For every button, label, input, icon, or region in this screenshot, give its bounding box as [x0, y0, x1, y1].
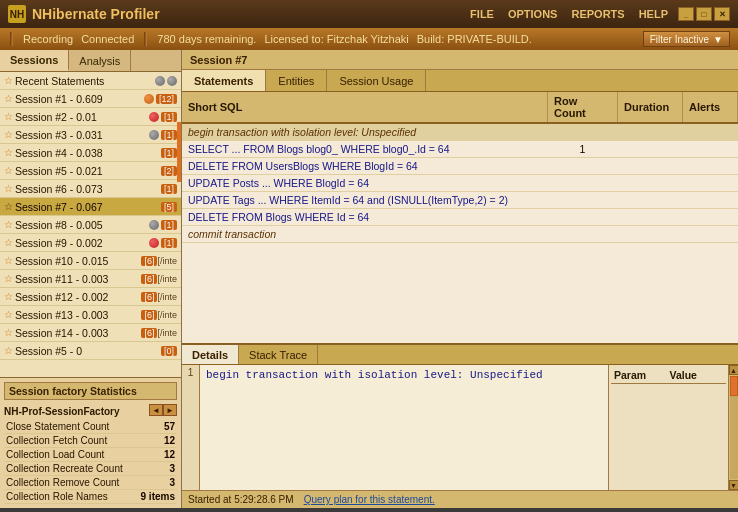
- factory-name: NH-Prof-SessionFactory: [4, 406, 120, 417]
- session-badge: [6]: [141, 256, 157, 266]
- scroll-down-button[interactable]: ▼: [729, 480, 739, 490]
- tab-stack-trace[interactable]: Stack Trace: [239, 345, 318, 364]
- list-item[interactable]: ☆ Session #7 - 0.067 [5]: [0, 198, 181, 216]
- status-indicator: [149, 130, 159, 140]
- alerts-cell: [683, 123, 738, 141]
- app-title: NHibernate Profiler: [32, 6, 470, 22]
- session-header: Session #7: [182, 50, 738, 70]
- col-row-count: Row Count: [548, 92, 618, 123]
- row-count-cell: [548, 158, 618, 175]
- table-row[interactable]: UPDATE Tags ... WHERE ItemId = 64 and (I…: [182, 192, 738, 209]
- filter-inactive-button[interactable]: Filter Inactive ▼: [643, 31, 730, 47]
- session-name: Session #6 - 0.073: [15, 183, 159, 195]
- list-item[interactable]: ☆ Session #11 - 0.003 [6] [/inte: [0, 270, 181, 288]
- toolbar-right: Filter Inactive ▼: [643, 31, 730, 47]
- table-row[interactable]: begin transaction with isolation level: …: [182, 123, 738, 141]
- stats-next-button[interactable]: ►: [163, 404, 177, 416]
- stats-value: 12: [164, 449, 175, 460]
- build-info: Build: PRIVATE-BUILD.: [417, 33, 532, 45]
- stats-row: Collection Load Count 12: [4, 448, 177, 462]
- table-row[interactable]: commit transaction: [182, 226, 738, 243]
- tab-details[interactable]: Details: [182, 345, 239, 364]
- minimize-button[interactable]: _: [678, 7, 694, 21]
- menu-reports[interactable]: REPORTS: [571, 8, 624, 20]
- session-extra: [/inte: [157, 328, 177, 338]
- param-col-param: Param: [613, 368, 669, 382]
- duration-cell: [618, 192, 683, 209]
- menu-options[interactable]: OPTIONS: [508, 8, 558, 20]
- alerts-cell: [683, 192, 738, 209]
- menu-file[interactable]: FILE: [470, 8, 494, 20]
- days-remaining: 780 days remaining.: [157, 33, 256, 45]
- row-count-cell: [548, 175, 618, 192]
- tab-sessions[interactable]: Sessions: [0, 50, 69, 71]
- stats-label: Collection Recreate Count: [6, 463, 123, 474]
- query-plan-link[interactable]: Query plan for this statement.: [304, 494, 435, 505]
- list-item[interactable]: ☆ Session #5 - 0.021 [2]: [0, 162, 181, 180]
- right-panel: Session #7 Statements Entities Session U…: [182, 50, 738, 508]
- list-item[interactable]: ☆ Recent Statements: [0, 72, 181, 90]
- list-item[interactable]: ☆ Session #3 - 0.031 [1]: [0, 126, 181, 144]
- stats-label: Collection Fetch Count: [6, 435, 107, 446]
- sql-section: Short SQL Row Count Duration Alerts begi…: [182, 92, 738, 343]
- duration-cell: [618, 175, 683, 192]
- alerts-cell: [683, 209, 738, 226]
- session-name: Session #4 - 0.038: [15, 147, 159, 159]
- tab-session-usage[interactable]: Session Usage: [327, 70, 426, 91]
- table-row[interactable]: DELETE FROM Blogs WHERE Id = 64: [182, 209, 738, 226]
- scroll-thumb[interactable]: [730, 376, 738, 396]
- list-item[interactable]: ☆ Session #13 - 0.003 [6] [/inte: [0, 306, 181, 324]
- tab-statements[interactable]: Statements: [182, 70, 266, 91]
- license-info: Licensed to: Fitzchak Yitzhaki: [264, 33, 408, 45]
- list-item[interactable]: ☆ Session #12 - 0.002 [6] [/inte: [0, 288, 181, 306]
- toolbar-separator-2: [144, 32, 147, 46]
- session-badge: [1]: [161, 130, 177, 140]
- session-name: Session #12 - 0.002: [15, 291, 139, 303]
- star-icon: ☆: [4, 327, 13, 338]
- stats-value: 57: [164, 421, 175, 432]
- star-icon: ☆: [4, 111, 13, 122]
- list-item[interactable]: ☆ Session #5 - 0 [0]: [0, 342, 181, 360]
- list-item[interactable]: ☆ Session #8 - 0.005 [1]: [0, 216, 181, 234]
- tab-entities[interactable]: Entities: [266, 70, 327, 91]
- table-row[interactable]: UPDATE Posts ... WHERE BlogId = 64: [182, 175, 738, 192]
- session-extra: [/inte: [157, 292, 177, 302]
- table-row[interactable]: DELETE FROM UsersBlogs WHERE BlogId = 64: [182, 158, 738, 175]
- list-item[interactable]: ☆ Session #6 - 0.073 [1]: [0, 180, 181, 198]
- star-icon: ☆: [4, 291, 13, 302]
- param-header: Param Value: [611, 367, 726, 384]
- filter-icon: ▼: [713, 34, 723, 45]
- list-item[interactable]: ☆ Session #1 - 0.609 [12]: [0, 90, 181, 108]
- session-name: Session #10 - 0.015: [15, 255, 139, 267]
- session-name: Session #8 - 0.005: [15, 219, 147, 231]
- details-tabs: Details Stack Trace: [182, 345, 738, 365]
- row-count-cell: [548, 123, 618, 141]
- scroll-up-button[interactable]: ▲: [729, 365, 739, 375]
- session-name: Session #14 - 0.003: [15, 327, 139, 339]
- session-badge: [6]: [141, 292, 157, 302]
- table-row[interactable]: SELECT ... FROM Blogs blog0_ WHERE blog0…: [182, 141, 738, 158]
- star-icon: ☆: [4, 201, 13, 212]
- list-item[interactable]: ☆ Session #9 - 0.002 [1]: [0, 234, 181, 252]
- session-badge: [2]: [161, 166, 177, 176]
- list-item[interactable]: ☆ Session #4 - 0.038 [1]: [0, 144, 181, 162]
- list-item[interactable]: ☆ Session #14 - 0.003 [6] [/inte: [0, 324, 181, 342]
- stats-prev-button[interactable]: ◄: [149, 404, 163, 416]
- close-button[interactable]: ✕: [714, 7, 730, 21]
- param-panel: Param Value: [608, 365, 728, 490]
- stats-row: Collection Remove Count 3: [4, 476, 177, 490]
- connected-label: Connected: [81, 33, 134, 45]
- status-indicator: [149, 238, 159, 248]
- maximize-button[interactable]: □: [696, 7, 712, 21]
- list-item[interactable]: ☆ Session #10 - 0.015 [6] [/inte: [0, 252, 181, 270]
- recording-label[interactable]: Recording: [23, 33, 73, 45]
- tab-analysis[interactable]: Analysis: [69, 50, 131, 71]
- session-name: Session #7 - 0.067: [15, 201, 159, 213]
- app-logo: NH: [8, 5, 26, 23]
- menu-help[interactable]: HELP: [639, 8, 668, 20]
- list-item[interactable]: ☆ Session #2 - 0.01 [1]: [0, 108, 181, 126]
- star-icon: ☆: [4, 309, 13, 320]
- star-icon: ☆: [4, 273, 13, 284]
- row-count-cell: 1: [548, 141, 618, 158]
- line-numbers: 1: [182, 365, 200, 490]
